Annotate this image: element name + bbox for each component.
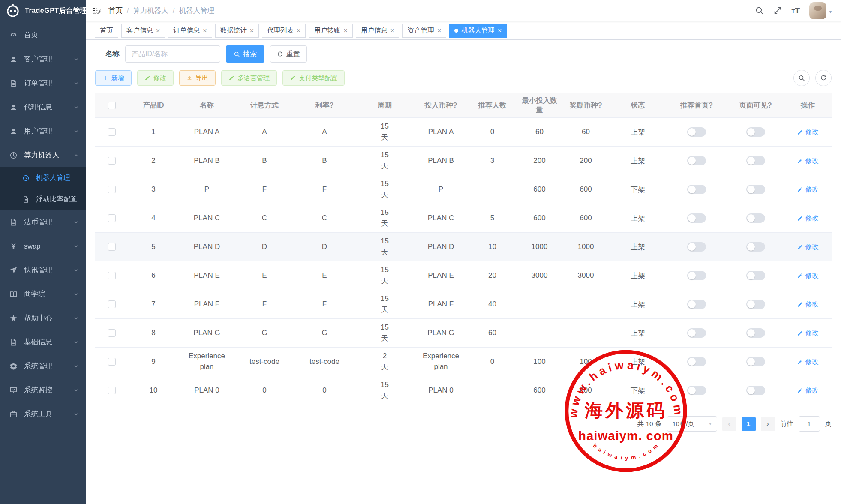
sidebar-item-swap[interactable]: swap [0,234,86,258]
edit-row-button[interactable]: 修改 [797,128,819,137]
tab-close-icon[interactable]: × [297,27,300,34]
page-visible-toggle[interactable] [746,300,765,309]
avatar[interactable] [809,2,826,19]
edit-button[interactable]: 修改 [137,70,174,86]
sidebar-item-news-mgmt[interactable]: 快讯管理 [0,258,86,282]
page-visible-toggle[interactable] [746,357,765,366]
edit-row-button[interactable]: 修改 [797,156,819,165]
page-visible-toggle[interactable] [746,156,765,165]
tab-close-icon[interactable]: × [250,27,254,34]
table-refresh-button[interactable] [815,70,832,86]
sidebar-item-float-ratio-config[interactable]: 浮动比率配置 [0,189,86,210]
tab-user-info[interactable]: 用户信息 × [356,24,399,38]
tab-close-icon[interactable]: × [390,27,394,34]
tab-close-icon[interactable]: × [203,27,207,34]
sidebar-item-system-tools[interactable]: 系统工具 [0,402,86,426]
font-size-icon[interactable]: TT [792,6,800,15]
edit-row-button[interactable]: 修改 [797,271,819,280]
sidebar-item-computing-robot[interactable]: 算力机器人 [0,143,86,167]
row-checkbox[interactable] [108,272,116,279]
home-recommend-toggle[interactable] [687,328,706,338]
page-visible-toggle[interactable] [746,185,765,194]
tab-agent-list[interactable]: 代理列表 × [262,24,306,38]
select-all-checkbox[interactable] [108,102,116,109]
name-search-input[interactable] [125,45,220,63]
page-visible-toggle[interactable] [746,328,765,338]
user-menu[interactable]: ▼ [809,2,832,19]
edit-row-button[interactable]: 修改 [797,243,819,252]
sidebar-item-system-monitor[interactable]: 系统监控 [0,378,86,402]
row-checkbox[interactable] [108,128,116,136]
row-checkbox[interactable] [108,214,116,222]
breadcrumb-home[interactable]: 首页 [108,6,123,15]
sidebar-item-user-mgmt[interactable]: 用户管理 [0,119,86,143]
table-search-button[interactable] [793,70,810,86]
home-recommend-toggle[interactable] [687,386,706,395]
page-visible-toggle[interactable] [746,271,765,280]
home-recommend-toggle[interactable] [687,213,706,223]
home-recommend-toggle[interactable] [687,300,706,309]
sidebar-item-agent-info[interactable]: 代理信息 [0,95,86,119]
tab-asset-mgmt[interactable]: 资产管理 × [402,24,446,38]
tab-customer-info[interactable]: 客户信息 × [121,24,165,38]
multi-language-button[interactable]: 多语言管理 [221,70,277,86]
page-visible-toggle[interactable] [746,127,765,137]
row-checkbox[interactable] [108,358,116,366]
export-button[interactable]: 导出 [179,70,216,86]
edit-row-button[interactable]: 修改 [797,185,819,194]
sidebar-item-system-mgmt[interactable]: 系统管理 [0,354,86,378]
edit-row-button[interactable]: 修改 [797,386,819,395]
next-page-button[interactable]: › [761,417,775,431]
tab-user-transfer[interactable]: 用户转账 × [309,24,352,38]
tab-close-icon[interactable]: × [343,27,347,34]
tab-robot-mgmt[interactable]: 机器人管理 × [449,24,507,38]
tab-close-icon[interactable]: × [156,27,160,34]
tab-data-stats[interactable]: 数据统计 × [215,24,259,38]
sidebar-item-order-mgmt[interactable]: 订单管理 [0,71,86,95]
home-recommend-toggle[interactable] [687,242,706,252]
tab-home[interactable]: 首页 [95,24,118,38]
breadcrumb-section[interactable]: 算力机器人 [133,6,169,15]
page-visible-toggle[interactable] [746,213,765,223]
row-checkbox[interactable] [108,329,116,337]
row-checkbox[interactable] [108,300,116,308]
row-checkbox[interactable] [108,186,116,193]
tab-close-icon[interactable]: × [437,27,441,34]
page-visible-toggle[interactable] [746,386,765,395]
edit-row-button[interactable]: 修改 [797,300,819,309]
reset-button[interactable]: 重置 [270,45,307,63]
pay-type-config-button[interactable]: 支付类型配置 [282,70,345,86]
prev-page-button[interactable]: ‹ [722,417,736,431]
row-checkbox[interactable] [108,157,116,165]
cell-reward-coin: 60 [562,125,610,139]
add-button[interactable]: 新增 [95,70,132,86]
goto-page-input[interactable] [799,416,820,432]
row-checkbox[interactable] [108,243,116,251]
current-page[interactable]: 1 [742,417,756,431]
edit-row-button[interactable]: 修改 [797,329,819,338]
header-search-icon[interactable] [755,6,764,15]
sidebar-item-basic-info[interactable]: 基础信息 [0,330,86,354]
fullscreen-icon[interactable] [773,6,782,15]
cell-min-invest: 600 [517,183,562,196]
home-recommend-toggle[interactable] [687,357,706,366]
row-checkbox[interactable] [108,387,116,394]
edit-row-button[interactable]: 修改 [797,357,819,366]
home-recommend-toggle[interactable] [687,271,706,280]
home-recommend-toggle[interactable] [687,127,706,137]
sidebar-item-fiat-mgmt[interactable]: 法币管理 [0,210,86,234]
tab-order-info[interactable]: 订单信息 × [168,24,212,38]
sidebar-item-home[interactable]: 首页 [0,23,86,47]
page-size-select[interactable]: 10条/页 ▼ [667,416,717,432]
edit-row-button[interactable]: 修改 [797,214,819,223]
sidebar-item-robot-mgmt[interactable]: 机器人管理 [0,167,86,189]
page-visible-toggle[interactable] [746,242,765,252]
sidebar-item-help-center[interactable]: 帮助中心 [0,306,86,330]
sidebar-menu: 首页 客户管理 订单管理 代理信息 用户管理 算力机器人 机器人管理 浮动比率配… [0,21,86,426]
home-recommend-toggle[interactable] [687,156,706,165]
sidebar-item-business-school[interactable]: 商学院 [0,282,86,306]
sidebar-item-customer-mgmt[interactable]: 客户管理 [0,47,86,71]
tab-close-icon[interactable]: × [498,27,502,34]
search-button[interactable]: 搜索 [226,45,264,63]
home-recommend-toggle[interactable] [687,185,706,194]
